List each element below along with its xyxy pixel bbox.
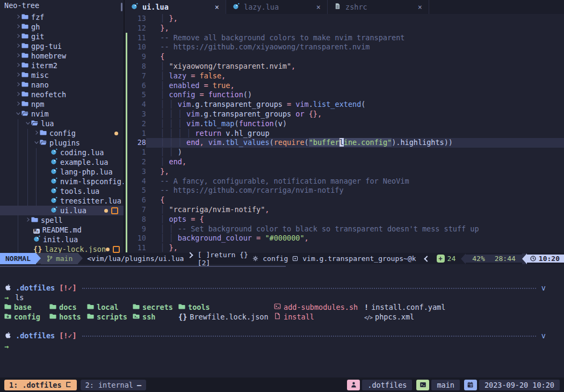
code-line[interactable]: 10 -- https://github.com/xiyaowong/trans… xyxy=(125,42,564,52)
code-line[interactable]: 5 -- https://github.com/rcarriga/nvim-no… xyxy=(125,186,564,195)
code-line[interactable]: 3 }, xyxy=(125,167,564,177)
code-line[interactable]: 8 │ "xiyaowong/transparent.nvim", xyxy=(125,62,564,71)
tree-item-tools.lua[interactable]: tools.lua xyxy=(0,186,124,196)
tree-item-label: iterm2 xyxy=(31,61,57,70)
code-line[interactable]: 3 │ │ │ vim.g.transparent_groups or {}, xyxy=(125,110,564,119)
code-line[interactable]: 4 │ │ vim.g.transparent_groups = vim.lis… xyxy=(125,100,564,110)
tree-item-spell[interactable]: spell xyxy=(0,215,124,225)
code-line[interactable]: 1 │ │ │ │ return v.hl_group xyxy=(125,129,564,139)
git-branch-segment: main xyxy=(41,253,78,264)
ls-entry-label: tools xyxy=(188,303,210,311)
folder-open-icon xyxy=(21,110,28,118)
tree-item-example.lua[interactable]: example.lua xyxy=(0,157,124,167)
code-line[interactable]: 1 │ │ ) xyxy=(125,148,564,157)
code-area[interactable]: 13 │ },12 },11 -- Remove all background … xyxy=(125,14,564,253)
code-line[interactable]: 7 │ lazy = false, xyxy=(125,71,564,81)
tmux-window-2-internal[interactable]: 2: internal– xyxy=(81,380,147,390)
dir-icon xyxy=(49,303,56,311)
tree-item-init.lua[interactable]: init.lua xyxy=(0,235,124,244)
folder-icon xyxy=(21,13,28,21)
folder-icon xyxy=(31,216,38,224)
tree-item-neofetch[interactable]: neofetch xyxy=(0,90,124,99)
tree-item-homebrew[interactable]: homebrew xyxy=(0,51,124,61)
tree-item-gpg-tui[interactable]: gpg-tui xyxy=(0,41,124,51)
chevron-right-icon[interactable] xyxy=(33,129,40,137)
tree-item-plugins[interactable]: plugins xyxy=(0,138,124,148)
tree-item-iterm2[interactable]: iterm2 xyxy=(0,61,124,70)
chevron-right-icon[interactable] xyxy=(15,52,21,60)
tmux-window-label: 2: internal xyxy=(85,381,133,389)
chevron-right-icon[interactable] xyxy=(15,61,21,70)
tree-item-misc[interactable]: misc xyxy=(0,70,124,80)
line-number: 2 xyxy=(125,119,146,129)
chevron-right-icon[interactable] xyxy=(15,32,21,41)
tree-item-README.md[interactable]: M↓README.md xyxy=(0,225,124,235)
chevron-right-icon[interactable] xyxy=(15,42,21,50)
code-line[interactable]: 10 │ │ background_colour = "#000000", xyxy=(125,234,564,243)
code-line[interactable]: 5 │ config = function() xyxy=(125,90,564,100)
tree-item-lua[interactable]: lua xyxy=(0,119,124,128)
code-text: │ │ │ vim.g.transparent_groups or {}, xyxy=(146,110,564,119)
ls-entry-install.conf.yaml: !install.conf.yaml xyxy=(364,302,564,312)
tmux-window-1-dotfiles[interactable]: 1: .dotfiles xyxy=(4,380,77,390)
tree-item-nvim[interactable]: nvim xyxy=(0,109,124,119)
terminal-pane[interactable]: .dotfiles[!✓]v → ls basedocslocalsecrets… xyxy=(0,267,564,378)
ls-entry-label: local xyxy=(97,303,119,311)
code-line[interactable]: 2 │ │ │ vim.tbl_map(function(v) xyxy=(125,119,564,129)
dir-icon xyxy=(4,303,11,311)
tab-close-button[interactable]: × xyxy=(215,3,219,11)
tree-item-ui.lua[interactable]: ui.lua xyxy=(0,206,124,215)
tab-close-button[interactable]: × xyxy=(418,3,422,11)
sh-icon xyxy=(274,303,281,311)
code-line-current[interactable]: 28 │ │ │ end, vim.tbl_values(require("bu… xyxy=(125,138,564,148)
code-line[interactable]: 9 │ │ -- Set background color to black s… xyxy=(125,224,564,234)
code-line[interactable]: 6 { xyxy=(125,195,564,205)
tree-item-lazy-lock.json[interactable]: {}lazy-lock.json xyxy=(0,244,124,253)
chevron-right-icon[interactable] xyxy=(15,100,21,108)
chevron-right-icon[interactable] xyxy=(15,13,21,21)
chevron-right-icon[interactable] xyxy=(15,81,21,89)
tree-item-config[interactable]: config xyxy=(0,128,124,138)
chevron-down-icon[interactable] xyxy=(25,119,31,128)
tree-item-label: init.lua xyxy=(43,235,78,244)
chevron-right-icon[interactable] xyxy=(15,23,21,31)
tree-item-label: gh xyxy=(31,23,40,31)
code-line[interactable]: 7 │ "rcarriga/nvim-notify", xyxy=(125,205,564,215)
ls-entry-label: hosts xyxy=(59,313,81,321)
code-text: │ lazy = false, xyxy=(146,71,564,81)
code-line[interactable]: 12 }, xyxy=(125,24,564,33)
chevron-right-icon[interactable] xyxy=(15,90,21,99)
chevron-down-icon[interactable] xyxy=(33,139,40,147)
neotree-sidebar[interactable]: Neo-tree fzfghgitgpg-tuihomebrewiterm2mi… xyxy=(0,0,125,253)
chevron-down-icon[interactable] xyxy=(15,110,21,118)
code-line[interactable]: 2 │ end, xyxy=(125,157,564,167)
code-line[interactable]: 9 { xyxy=(125,52,564,62)
tree-item-nvim-lspconfig.[interactable]: nvim-lspconfig. xyxy=(0,177,124,186)
code-line[interactable]: 4 -- A fancy, configurable, notification… xyxy=(125,177,564,186)
tree-item-treesitter.lua[interactable]: treesitter.lua xyxy=(0,196,124,206)
line-number: 13 xyxy=(125,14,146,24)
tab-ui.lua[interactable]: ui.lua× xyxy=(125,0,226,14)
code-line[interactable]: 6 │ enabled = true, xyxy=(125,81,564,91)
tree-item-git[interactable]: git xyxy=(0,32,124,41)
code-line[interactable]: 11 │ }, xyxy=(125,243,564,253)
code-line[interactable]: 11 -- Remove all background colors to ma… xyxy=(125,33,564,43)
sidebar-scrollbar[interactable] xyxy=(121,3,122,11)
tree-item-gh[interactable]: gh xyxy=(0,22,124,32)
tree-item-coding.lua[interactable]: coding.lua xyxy=(0,148,124,157)
tree-item-lang-php.lua[interactable]: lang-php.lua xyxy=(0,167,124,177)
cursor-block: l xyxy=(339,138,344,147)
tree-item-npm[interactable]: npm xyxy=(0,99,124,109)
code-line[interactable]: 13 │ }, xyxy=(125,14,564,24)
tree-item-fzf[interactable]: fzf xyxy=(0,12,124,22)
tree-item-nano[interactable]: nano xyxy=(0,80,124,90)
tmux-statusbar: 1: .dotfiles2: internal– .dotfiles main … xyxy=(0,378,564,392)
chevron-right-icon[interactable] xyxy=(25,216,31,224)
tab-lazy.lua[interactable]: lazy.lua× xyxy=(226,0,328,14)
tab-close-button[interactable]: × xyxy=(316,3,321,11)
chevron-right-icon[interactable] xyxy=(15,71,21,79)
tab-zshrc[interactable]: zshrc× xyxy=(328,0,429,14)
command-line-current[interactable]: → xyxy=(4,342,560,351)
git-status-badges xyxy=(106,246,120,253)
code-line[interactable]: 8 │ opts = { xyxy=(125,215,564,224)
